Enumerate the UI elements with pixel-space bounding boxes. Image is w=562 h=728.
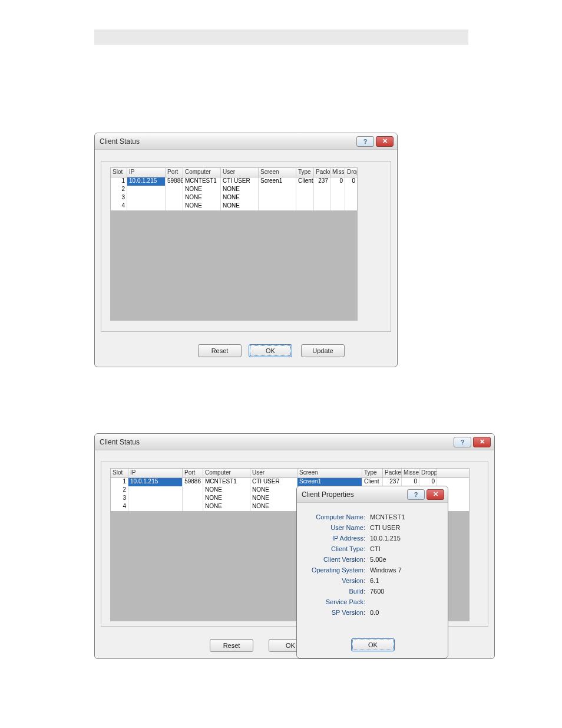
selected-cell: 10.0.1.215: [127, 177, 166, 186]
selected-cell: 10.0.1.215: [128, 478, 183, 486]
table-row[interactable]: 1 10.0.1.215 59886 MCNTEST1 CTI USER Scr…: [111, 478, 469, 486]
prop-version: Version: 6.1: [303, 577, 442, 588]
table-row[interactable]: 2 NONE NONE: [111, 186, 357, 194]
col-dropped[interactable]: Dropp: [419, 469, 437, 477]
reset-button[interactable]: Reset: [198, 344, 242, 357]
content-inset: Slot IP Port Computer User Screen Type P…: [101, 161, 391, 332]
prop-ip-address: IP Address: 10.0.1.215: [303, 535, 442, 545]
titlebar[interactable]: Client Status ? ✕: [95, 133, 397, 150]
help-icon: ?: [461, 439, 465, 446]
col-user[interactable]: User: [250, 469, 297, 477]
prop-service-pack: Service Pack:: [303, 598, 442, 609]
update-button[interactable]: Update: [301, 344, 345, 357]
help-button[interactable]: ?: [454, 437, 471, 447]
col-type[interactable]: Type: [362, 469, 383, 477]
help-icon: ?: [414, 491, 418, 498]
prop-user-name: User Name: CTI USER: [303, 524, 442, 535]
ok-button[interactable]: OK: [249, 344, 292, 357]
col-type[interactable]: Type: [296, 168, 314, 177]
col-ip[interactable]: IP: [127, 168, 166, 177]
close-button[interactable]: ✕: [473, 437, 491, 447]
prop-computer-name: Computer Name: MCNTEST1: [303, 513, 442, 524]
col-slot[interactable]: Slot: [111, 168, 127, 177]
window-title: Client Status: [100, 137, 355, 146]
close-button[interactable]: ✕: [427, 489, 444, 500]
help-button[interactable]: ?: [356, 136, 374, 147]
close-icon: ✕: [433, 490, 438, 498]
window-title: Client Status: [100, 438, 452, 446]
table-header: Slot IP Port Computer User Screen Type P…: [111, 469, 469, 478]
col-packets[interactable]: Packe: [314, 168, 330, 177]
prop-build: Build: 7600: [303, 588, 442, 598]
prop-client-version: Client Version: 5.00e: [303, 556, 442, 566]
col-missed[interactable]: Misse: [402, 469, 419, 477]
reset-button[interactable]: Reset: [210, 639, 253, 652]
close-icon: ✕: [382, 137, 388, 145]
col-dropped[interactable]: Dropp: [345, 168, 357, 177]
col-port[interactable]: Port: [166, 168, 183, 177]
col-computer[interactable]: Computer: [183, 168, 221, 177]
client-table[interactable]: Slot IP Port Computer User Screen Type P…: [110, 167, 358, 321]
page-header-band: [94, 29, 468, 45]
client-properties-dialog: Client Properties ? ✕ Computer Name: MCN…: [296, 486, 448, 658]
col-missed[interactable]: Misse: [330, 168, 345, 177]
properties-list: Computer Name: MCNTEST1 User Name: CTI U…: [303, 513, 442, 620]
col-slot[interactable]: Slot: [111, 469, 128, 477]
help-button[interactable]: ?: [407, 489, 425, 500]
col-computer[interactable]: Computer: [203, 469, 250, 477]
help-icon: ?: [363, 138, 368, 145]
table-row[interactable]: 3 NONE NONE: [111, 194, 357, 202]
table-header: Slot IP Port Computer User Screen Type P…: [111, 168, 357, 177]
prop-sp-version: SP Version: 0.0: [303, 609, 442, 620]
table-row[interactable]: 4 NONE NONE: [111, 202, 357, 210]
table-row[interactable]: 1 10.0.1.215 59886 MCNTEST1 CTI USER Scr…: [111, 177, 357, 186]
close-button[interactable]: ✕: [376, 136, 394, 147]
close-icon: ✕: [480, 438, 485, 446]
ok-button[interactable]: OK: [351, 638, 395, 651]
prop-os: Operating System: Windows 7: [303, 566, 442, 577]
client-status-window-1: Client Status ? ✕ Slot IP Port Computer …: [94, 133, 398, 367]
col-packets[interactable]: Packe: [383, 469, 402, 477]
col-screen[interactable]: Screen: [297, 469, 362, 477]
col-port[interactable]: Port: [183, 469, 203, 477]
table-body: 1 10.0.1.215 59886 MCNTEST1 CTI USER Scr…: [111, 177, 357, 320]
dialog-title: Client Properties: [302, 490, 405, 499]
titlebar[interactable]: Client Properties ? ✕: [297, 486, 448, 503]
col-screen[interactable]: Screen: [259, 168, 296, 177]
col-ip[interactable]: IP: [128, 469, 183, 477]
col-user[interactable]: User: [221, 168, 259, 177]
prop-client-type: Client Type: CTI: [303, 545, 442, 556]
titlebar[interactable]: Client Status ? ✕: [95, 434, 494, 450]
